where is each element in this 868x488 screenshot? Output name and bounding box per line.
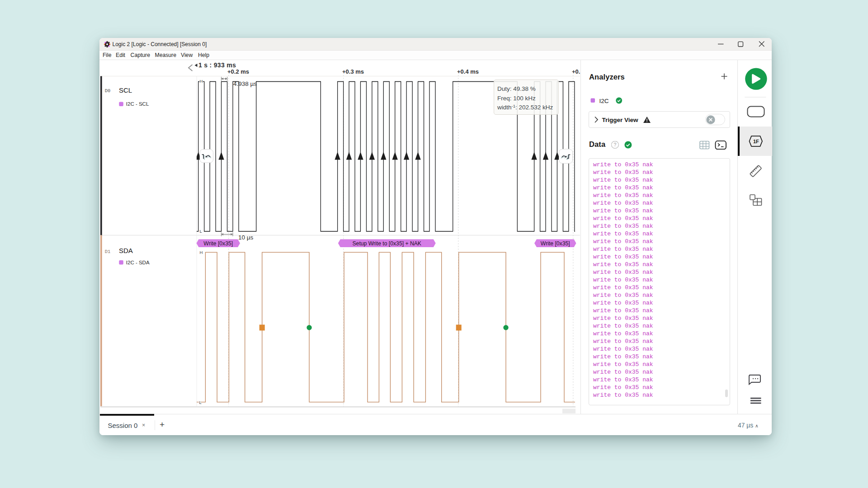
- svg-text:Setup Write to [0x35] + NAK: Setup Write to [0x35] + NAK: [352, 240, 421, 247]
- svg-text:H: H: [200, 250, 203, 255]
- svg-text:+0.3 ms: +0.3 ms: [342, 68, 364, 75]
- svg-text:L: L: [200, 229, 202, 234]
- svg-text:D0: D0: [105, 88, 111, 94]
- svg-text:D1: D1: [105, 249, 111, 254]
- svg-text:10 µs: 10 µs: [238, 234, 254, 241]
- svg-text:?: ?: [613, 142, 616, 147]
- svg-text:+0.: +0.: [572, 68, 580, 75]
- svg-text:Write [0x35]: Write [0x35]: [203, 240, 233, 247]
- svg-text:I2C - SDA: I2C - SDA: [126, 260, 150, 265]
- svg-text:SDA: SDA: [119, 247, 133, 254]
- svg-text:1F: 1F: [753, 139, 759, 144]
- svg-text:4.938 µs: 4.938 µs: [233, 80, 257, 87]
- svg-text:H: H: [200, 79, 203, 84]
- svg-text:Write [0x35]: Write [0x35]: [541, 240, 570, 247]
- svg-text:I2C - SCL: I2C - SCL: [126, 101, 149, 107]
- svg-text:SCL: SCL: [119, 86, 132, 94]
- svg-text:L: L: [199, 400, 202, 405]
- svg-text:+0.4 ms: +0.4 ms: [457, 68, 479, 75]
- svg-text:+0.2 ms: +0.2 ms: [227, 68, 249, 75]
